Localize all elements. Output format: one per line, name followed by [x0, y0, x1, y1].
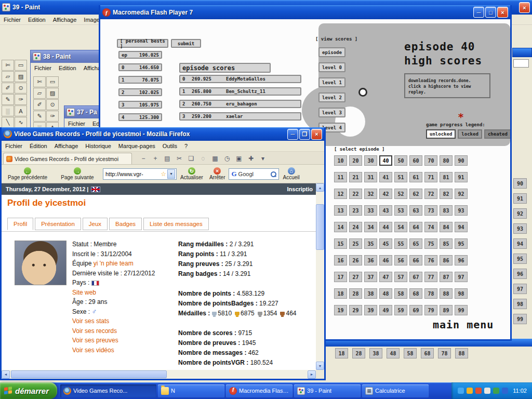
- personal-best-row[interactable]: 2102.025: [118, 88, 162, 96]
- episode-cell[interactable]: 46: [379, 255, 392, 265]
- episode-cell[interactable]: 99: [455, 305, 468, 315]
- episode-cell[interactable]: 40: [379, 155, 392, 166]
- taskbar-task[interactable]: 39 - Paint: [294, 384, 361, 397]
- airbrush-tool-icon[interactable]: ░: [2, 105, 14, 116]
- close-button[interactable]: ×: [519, 2, 530, 13]
- search-icon[interactable]: [270, 171, 276, 177]
- messenger-tray-icon[interactable]: [458, 388, 464, 394]
- episode-cell[interactable]: 29: [349, 305, 362, 315]
- taskbar-task[interactable]: Video Games Reco...: [60, 384, 156, 397]
- episode-cell[interactable]: 19: [334, 305, 347, 315]
- text-tool-icon[interactable]: A: [15, 105, 27, 116]
- episode-cell[interactable]: 31: [364, 172, 377, 182]
- episode-cell[interactable]: 71: [424, 172, 437, 182]
- episode-cell[interactable]: 83: [440, 205, 453, 216]
- episode-cell[interactable]: 47: [379, 272, 392, 282]
- episode-cell[interactable]: 64: [409, 222, 422, 232]
- menu-item[interactable]: Fichier: [0, 16, 24, 24]
- episode-cell[interactable]: 66: [409, 255, 422, 265]
- episode-cell[interactable]: 15: [334, 238, 347, 249]
- view-score-button[interactable]: level 0: [318, 62, 345, 72]
- rect-select-tool-icon[interactable]: ▭: [15, 60, 27, 71]
- minus-icon[interactable]: −: [139, 155, 148, 162]
- search-field[interactable]: G Googl: [229, 168, 279, 180]
- episode-cell[interactable]: 16: [334, 255, 347, 265]
- episode-cell[interactable]: 23: [349, 205, 362, 216]
- print-icon[interactable]: ▣: [235, 155, 243, 162]
- page-tab[interactable]: Profil: [7, 218, 33, 230]
- episode-cell[interactable]: 18: [334, 288, 347, 299]
- network-tray-icon[interactable]: [502, 388, 508, 394]
- new-icon[interactable]: ✚: [247, 155, 255, 162]
- episode-cell[interactable]: 70: [424, 155, 437, 166]
- page-tab[interactable]: Jeux: [83, 218, 108, 230]
- episode-cell[interactable]: 37: [364, 272, 377, 282]
- episode-cell[interactable]: 91: [455, 172, 468, 182]
- episode-cell[interactable]: 63: [409, 205, 422, 216]
- episode-cell[interactable]: 54: [394, 222, 407, 232]
- view-score-button[interactable]: level 3: [318, 108, 345, 117]
- episode-cell[interactable]: 67: [409, 272, 422, 282]
- forward-button[interactable]: → Page suivante: [53, 165, 102, 182]
- episode-cell[interactable]: 96: [455, 255, 468, 265]
- menu-item[interactable]: Fichier: [31, 64, 55, 72]
- refresh-button[interactable]: ↻ Actualiser: [178, 165, 206, 182]
- pencil-tool-icon[interactable]: ✎: [33, 111, 46, 122]
- rect-select-tool-icon[interactable]: ▭: [46, 76, 59, 87]
- bookmark-star-icon[interactable]: ☆: [161, 170, 166, 178]
- episode-cell[interactable]: 17: [334, 272, 347, 282]
- episode-cell[interactable]: 22: [349, 189, 362, 199]
- episode-cell[interactable]: 33: [364, 205, 377, 216]
- episode-cell[interactable]: 20: [349, 155, 362, 166]
- episode-cell[interactable]: 97: [455, 272, 468, 282]
- menu-item[interactable]: Édition: [26, 142, 51, 150]
- personal-best-row[interactable]: 4125.300: [118, 113, 162, 121]
- back-button[interactable]: ← Page précédente: [3, 165, 52, 182]
- fill-tool-icon[interactable]: ▨: [15, 71, 27, 82]
- episode-cell[interactable]: 49: [379, 305, 392, 315]
- maximize-button[interactable]: □: [485, 7, 496, 18]
- menu-item[interactable]: Outils: [159, 142, 181, 150]
- episode-cell[interactable]: 41: [379, 172, 392, 182]
- episode-cell[interactable]: 10: [334, 155, 347, 166]
- home-button[interactable]: ⌂ Accueil: [280, 165, 302, 182]
- episode-cell[interactable]: 95: [455, 238, 468, 249]
- episode-cell[interactable]: 13: [334, 205, 347, 216]
- chevron-down-icon[interactable]: ▾: [259, 155, 267, 162]
- view-score-button[interactable]: level 2: [318, 92, 345, 102]
- menu-item[interactable]: Edition: [24, 16, 49, 24]
- personal-best-row[interactable]: 176.075: [118, 76, 162, 84]
- brush-tool-icon[interactable]: ✑: [46, 111, 59, 122]
- episode-cell[interactable]: 93: [455, 205, 468, 216]
- episode-cell[interactable]: 51: [394, 172, 407, 182]
- free-select-tool-icon[interactable]: ✄: [33, 76, 46, 87]
- horizontal-scrollbar[interactable]: ◄ ►: [2, 370, 316, 379]
- view-score-button[interactable]: level 1: [318, 77, 345, 87]
- episode-cell[interactable]: 69: [409, 305, 422, 315]
- episode-cell[interactable]: 36: [364, 255, 377, 265]
- episode-cell[interactable]: 60: [409, 155, 422, 166]
- episode-cell[interactable]: 24: [349, 222, 362, 232]
- firefox-titlebar[interactable]: Video Games Records - Profil de yicestmo…: [2, 127, 324, 141]
- episode-cell[interactable]: 92: [455, 189, 468, 199]
- taskbar-task[interactable]: Macromedia Flash ...: [226, 384, 292, 397]
- episode-cell[interactable]: 81: [440, 172, 453, 182]
- scroll-down-button[interactable]: ▼: [316, 362, 324, 370]
- fill-tool-icon[interactable]: ▨: [46, 88, 59, 99]
- episode-cell[interactable]: 75: [424, 238, 437, 249]
- episode-cell[interactable]: 84: [440, 222, 453, 232]
- episode-cell[interactable]: 94: [455, 222, 468, 232]
- taskbar-task[interactable]: Calculatrice: [362, 384, 429, 397]
- free-select-tool-icon[interactable]: ✄: [2, 60, 14, 71]
- episode-cell[interactable]: 73: [424, 205, 437, 216]
- url-text[interactable]: http://www.vgr-: [105, 171, 159, 177]
- eraser-tool-icon[interactable]: ▱: [33, 88, 46, 99]
- episode-cell[interactable]: 86: [440, 255, 453, 265]
- magnifier-tool-icon[interactable]: ⊙: [15, 83, 27, 94]
- episode-cell[interactable]: 87: [440, 272, 453, 282]
- profile-link[interactable]: Voir ses stats: [72, 317, 109, 325]
- main-menu-button[interactable]: main menu: [433, 318, 494, 331]
- episode-cell[interactable]: 27: [349, 272, 362, 282]
- line-tool-icon[interactable]: ╲: [2, 117, 14, 128]
- browser-tab[interactable]: Video Games Records - Profil de yicestmo…: [3, 153, 132, 164]
